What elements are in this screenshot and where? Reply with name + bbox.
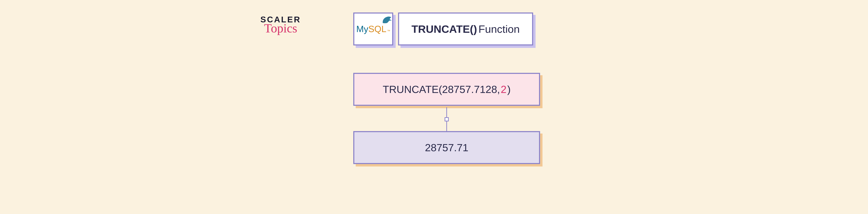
comma: , xyxy=(497,83,500,95)
func-name: TRUNCATE( xyxy=(383,83,442,95)
connector xyxy=(446,107,448,132)
output-value: 28757.71 xyxy=(425,142,468,154)
arg1: 28757.7128 xyxy=(442,83,497,95)
input-expression-box: TRUNCATE(28757.7128, 2) xyxy=(353,73,540,106)
brand-logo: SCALER Topics xyxy=(260,15,301,36)
arg2: 2 xyxy=(501,83,506,95)
mysql-text-sql: SQL xyxy=(368,24,386,34)
diagram-canvas: SCALER Topics MySQL™ TRUNCATE() Function… xyxy=(0,0,868,214)
mysql-badge: MySQL™ xyxy=(353,12,393,45)
connector-node xyxy=(444,117,449,121)
connector-line-bottom xyxy=(446,121,447,132)
dolphin-icon xyxy=(382,16,392,24)
mysql-logo: MySQL™ xyxy=(356,24,390,34)
connector-line-top xyxy=(446,107,447,117)
header-row: MySQL™ TRUNCATE() Function xyxy=(353,12,533,45)
brand-sub: Topics xyxy=(260,21,301,36)
close-paren: ) xyxy=(507,83,511,95)
mysql-text-my: My xyxy=(356,24,368,34)
title-box: TRUNCATE() Function xyxy=(398,12,533,45)
mysql-tm: ™ xyxy=(387,29,390,33)
title-function-name: TRUNCATE() xyxy=(411,23,477,35)
title-function-word: Function xyxy=(478,23,520,35)
output-result-box: 28757.71 xyxy=(353,131,540,164)
